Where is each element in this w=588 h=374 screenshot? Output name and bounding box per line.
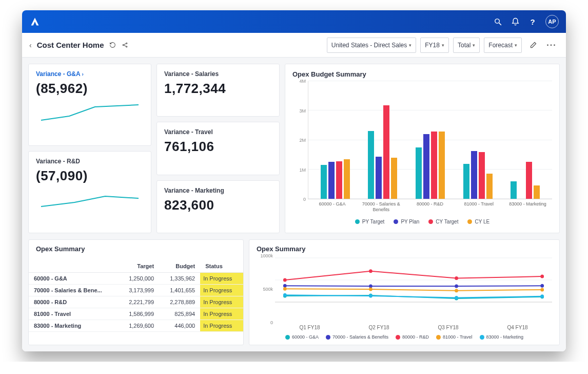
- kpi-value: 1,772,344: [164, 81, 272, 97]
- bar: [471, 151, 477, 199]
- back-chevron-icon[interactable]: ‹: [29, 41, 32, 49]
- chevron-down-icon: ▾: [473, 43, 475, 48]
- app-logo-icon: [29, 16, 41, 27]
- svg-point-17: [540, 284, 544, 288]
- col-header: [29, 259, 118, 273]
- kpi-value: 823,600: [164, 197, 272, 213]
- kpi-value: (85,962): [36, 81, 144, 97]
- table-row[interactable]: 81000 - Travel1,586,999825,894In Progres…: [29, 308, 243, 320]
- table-row[interactable]: 83000 - Marketing1,269,600446,000In Prog…: [29, 320, 243, 332]
- avatar[interactable]: AP: [545, 15, 559, 28]
- col-header: Status: [200, 259, 243, 273]
- bar: [534, 185, 540, 199]
- bar: [376, 157, 382, 199]
- more-icon[interactable]: ···: [544, 38, 559, 53]
- chart-title: Opex Summary: [257, 245, 552, 253]
- bar: [336, 161, 342, 199]
- kpi-card-ga: Variance - G&A › (85,962): [28, 64, 151, 146]
- kpi-value: 761,106: [164, 139, 272, 155]
- kpi-title: Variance - Salaries: [164, 70, 272, 78]
- svg-point-16: [455, 285, 458, 288]
- bar: [486, 174, 493, 199]
- svg-point-0: [495, 18, 499, 23]
- opex-summary-table-card: Opex Summary Target Budget Status 60000 …: [28, 239, 244, 345]
- kpi-card-salaries: Variance - Salaries 1,772,344: [156, 64, 280, 117]
- svg-point-4: [126, 46, 127, 47]
- opex-summary-line-card: Opex Summary 0500k1000k Q1 FY18Q2 FY18Q3…: [249, 239, 560, 345]
- opex-summary-table: Target Budget Status 60000 - G&A1,250,00…: [29, 259, 243, 332]
- svg-line-1: [499, 23, 501, 25]
- svg-point-25: [540, 288, 544, 291]
- svg-point-14: [283, 284, 287, 288]
- bar: [431, 132, 437, 199]
- kpi-card-marketing: Variance - Marketing 823,600: [156, 180, 280, 233]
- chevron-down-icon: ▾: [442, 43, 444, 48]
- chart-title: Opex Budget Summary: [292, 70, 552, 78]
- bar: [479, 152, 485, 199]
- chart-legend: PY TargetPY PlanCY TargetCY LE: [292, 219, 552, 225]
- bar: [321, 165, 327, 199]
- svg-line-5: [124, 44, 126, 45]
- search-icon[interactable]: [493, 17, 502, 26]
- svg-point-2: [123, 44, 124, 45]
- table-title: Opex Summary: [29, 245, 243, 256]
- chevron-down-icon: ▾: [409, 43, 411, 48]
- bar: [391, 158, 397, 199]
- kpi-value: (57,090): [36, 168, 144, 184]
- edit-icon[interactable]: [526, 38, 540, 53]
- refresh-icon[interactable]: [109, 42, 116, 49]
- share-icon[interactable]: [122, 42, 129, 49]
- svg-point-3: [126, 43, 127, 44]
- svg-point-24: [455, 289, 458, 292]
- kpi-title: Variance - Travel: [164, 128, 272, 136]
- svg-point-19: [369, 269, 373, 273]
- svg-point-26: [283, 293, 287, 297]
- app-topbar: ? AP: [22, 10, 566, 33]
- svg-point-20: [455, 276, 458, 280]
- kpi-title-link[interactable]: Variance - G&A ›: [36, 70, 144, 78]
- table-row[interactable]: 60000 - G&A1,250,0001,335,962In Progress: [29, 273, 243, 285]
- svg-point-22: [283, 287, 287, 291]
- filter-year[interactable]: FY18▾: [420, 38, 449, 53]
- bar: [511, 181, 517, 199]
- bar: [526, 162, 532, 199]
- page-title: Cost Center Home: [37, 41, 104, 49]
- kpi-card-travel: Variance - Travel 761,106: [156, 122, 280, 175]
- chevron-down-icon: ▾: [515, 43, 517, 48]
- svg-point-15: [369, 285, 373, 288]
- table-row[interactable]: 70000 - Salaries & Bene...3,173,9991,401…: [29, 285, 243, 296]
- bar: [463, 164, 469, 199]
- filter-region[interactable]: United States - Direct Sales▾: [327, 38, 416, 53]
- bar: [368, 131, 374, 199]
- chart-legend: 60000 - G&A70000 - Salaries & Benefits80…: [257, 334, 552, 340]
- col-header: Target: [118, 259, 159, 273]
- filter-scenario[interactable]: Forecast▾: [484, 38, 522, 53]
- line-chart-plot: [275, 256, 552, 323]
- svg-line-6: [124, 45, 126, 46]
- kpi-title: Variance - R&D: [36, 158, 144, 165]
- svg-point-28: [455, 296, 458, 300]
- col-header: Budget: [159, 259, 200, 273]
- sparkline: [36, 187, 144, 213]
- bar: [328, 162, 335, 199]
- table-row[interactable]: 80000 - R&D2,221,7992,278,889In Progress: [29, 296, 243, 308]
- bell-icon[interactable]: [511, 17, 520, 26]
- filter-agg[interactable]: Total▾: [453, 38, 480, 53]
- kpi-card-rd: Variance - R&D (57,090): [28, 151, 151, 233]
- bar: [416, 147, 422, 199]
- svg-point-18: [283, 278, 287, 282]
- opex-budget-summary-card: Opex Budget Summary 01M2M3M4M 60000 - G&…: [285, 64, 560, 233]
- svg-point-27: [369, 294, 373, 297]
- chevron-right-icon: ›: [82, 71, 84, 77]
- svg-point-23: [369, 288, 373, 291]
- bar: [423, 134, 429, 199]
- bar: [439, 132, 445, 199]
- svg-point-29: [540, 294, 544, 298]
- svg-point-21: [540, 275, 544, 278]
- page-header: ‹ Cost Center Home United States - Direc…: [22, 33, 566, 58]
- bar-chart-plot: [308, 81, 552, 199]
- bar: [344, 159, 350, 199]
- kpi-title: Variance - Marketing: [164, 187, 272, 194]
- help-icon[interactable]: ?: [528, 17, 537, 26]
- bar: [383, 105, 389, 199]
